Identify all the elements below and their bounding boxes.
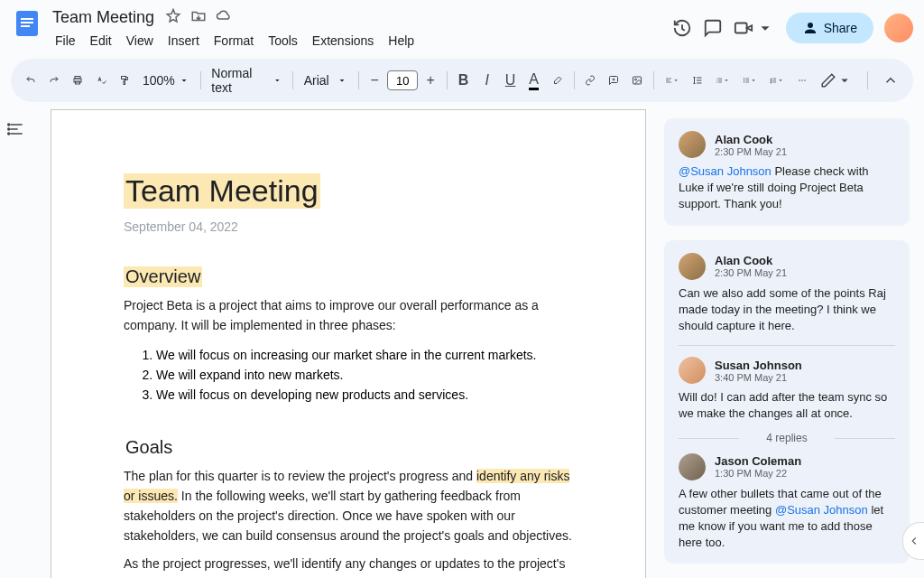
page-date: September 04, 2022 <box>124 219 573 234</box>
redo-icon[interactable] <box>43 68 65 93</box>
svg-point-14 <box>744 82 744 83</box>
underline-icon[interactable]: U <box>500 68 522 93</box>
overview-p1: Project Beta is a project that aims to i… <box>124 296 573 335</box>
comment-author: Susan Johnson <box>715 359 802 372</box>
align-icon[interactable] <box>660 68 685 93</box>
number-list-icon[interactable]: 123 <box>764 68 790 93</box>
svg-rect-2 <box>21 22 33 23</box>
list-item: We will focus on developing new products… <box>156 386 573 406</box>
comment-card[interactable]: Alan Cook 2:30 PM May 21 @Susan Johnson … <box>664 118 910 226</box>
docs-logo[interactable] <box>11 7 43 40</box>
goals-heading: Goals <box>124 437 174 458</box>
star-icon[interactable] <box>165 8 181 28</box>
editing-mode-icon[interactable] <box>815 68 858 93</box>
share-label: Share <box>824 21 857 35</box>
list-item: We will focus on increasing our market s… <box>156 346 573 366</box>
menu-edit[interactable]: Edit <box>84 30 118 51</box>
comment-author: Jason Coleman <box>715 454 801 468</box>
avatar <box>679 453 706 480</box>
overview-list: We will focus on increasing our market s… <box>124 346 573 405</box>
zoom-select[interactable]: 100% <box>137 70 195 91</box>
comment-time: 1:30 PM May 22 <box>715 468 801 479</box>
comment-author: Alan Cook <box>715 254 787 267</box>
goals-p1: The plan for this quarter is to review t… <box>124 467 573 545</box>
menu-format[interactable]: Format <box>208 30 260 51</box>
mention[interactable]: @Susan Johnson <box>679 164 772 178</box>
font-select[interactable]: Arial <box>299 70 353 91</box>
menu-insert[interactable]: Insert <box>162 30 206 51</box>
comment-body: Will do! I can add after the team sync s… <box>679 389 895 422</box>
page-title: Team Meeting <box>124 173 320 209</box>
svg-point-18 <box>799 79 800 81</box>
bullet-list-icon[interactable] <box>737 68 762 93</box>
comment-body: Can we also add some of the points Raj m… <box>679 285 895 335</box>
italic-icon[interactable]: I <box>476 68 498 93</box>
text-color-icon[interactable]: A <box>523 68 545 93</box>
svg-point-19 <box>801 79 803 81</box>
comment-author: Alan Cook <box>715 133 787 146</box>
comment-time: 2:30 PM May 21 <box>715 267 787 278</box>
cloud-icon[interactable] <box>216 8 232 28</box>
comment-time: 3:40 PM May 21 <box>715 372 802 383</box>
svg-point-23 <box>8 133 10 135</box>
user-avatar[interactable] <box>884 14 913 42</box>
outline-toggle-icon[interactable] <box>0 109 32 578</box>
reply-count[interactable]: 4 replies <box>679 432 895 444</box>
document-page[interactable]: Team Meeting September 04, 2022 Overview… <box>51 109 646 578</box>
menu-extensions[interactable]: Extensions <box>306 30 380 51</box>
comment-icon[interactable] <box>703 18 723 38</box>
checklist-icon[interactable] <box>710 68 735 93</box>
goals-p2: As the project progresses, we'll identif… <box>124 555 573 578</box>
menu-bar: File Edit View Insert Format Tools Exten… <box>49 30 672 51</box>
svg-rect-8 <box>122 77 126 79</box>
move-icon[interactable] <box>190 8 207 28</box>
overview-heading: Overview <box>124 266 202 287</box>
avatar <box>679 253 706 280</box>
spellcheck-icon[interactable] <box>90 68 112 93</box>
menu-file[interactable]: File <box>49 30 82 51</box>
increase-font-icon[interactable]: + <box>420 68 441 93</box>
font-size-input[interactable] <box>387 70 418 90</box>
menu-help[interactable]: Help <box>382 30 420 51</box>
app-header: Team Meeting File Edit View Insert Forma… <box>0 0 924 51</box>
svg-point-22 <box>8 128 10 130</box>
image-icon[interactable] <box>626 68 648 93</box>
comment-card[interactable]: Alan Cook 2:30 PM May 21 Can we also add… <box>664 240 910 564</box>
more-icon[interactable] <box>791 68 813 93</box>
svg-point-11 <box>635 79 637 80</box>
comment-body: @Susan Johnson Please check with Luke if… <box>679 163 895 213</box>
toolbar: 100% Normal text Arial − + B I U A 123 <box>11 59 913 102</box>
history-icon[interactable] <box>672 18 692 38</box>
menu-tools[interactable]: Tools <box>262 30 304 51</box>
highlight-icon[interactable] <box>547 68 568 93</box>
comments-panel: Alan Cook 2:30 PM May 21 @Susan Johnson … <box>646 109 924 578</box>
svg-point-20 <box>804 79 806 81</box>
doc-title[interactable]: Team Meeting <box>49 7 158 28</box>
mention[interactable]: @Susan Johnson <box>775 503 868 517</box>
undo-icon[interactable] <box>20 68 42 93</box>
add-comment-icon[interactable] <box>603 68 624 93</box>
collapse-icon[interactable] <box>877 68 904 93</box>
svg-rect-9 <box>124 81 125 85</box>
list-item: We will expand into new markets. <box>156 366 573 386</box>
svg-text:3: 3 <box>771 81 772 83</box>
title-area: Team Meeting File Edit View Insert Forma… <box>49 7 672 51</box>
meet-icon[interactable] <box>734 18 775 38</box>
menu-view[interactable]: View <box>120 30 160 51</box>
svg-point-21 <box>8 124 10 126</box>
comment-time: 2:30 PM May 21 <box>715 146 787 157</box>
bold-icon[interactable]: B <box>453 68 475 93</box>
print-icon[interactable] <box>67 68 88 93</box>
style-select[interactable]: Normal text <box>206 62 287 98</box>
svg-rect-3 <box>21 25 30 27</box>
svg-point-12 <box>744 79 744 79</box>
decrease-font-icon[interactable]: − <box>364 68 385 93</box>
avatar <box>679 131 706 158</box>
link-icon[interactable] <box>579 68 601 93</box>
svg-rect-1 <box>21 18 33 20</box>
share-button[interactable]: Share <box>786 13 873 43</box>
line-spacing-icon[interactable] <box>687 68 708 93</box>
comment-body: A few other bullets that came out of the… <box>679 486 895 552</box>
svg-point-13 <box>744 80 744 81</box>
paint-format-icon[interactable] <box>114 68 135 93</box>
